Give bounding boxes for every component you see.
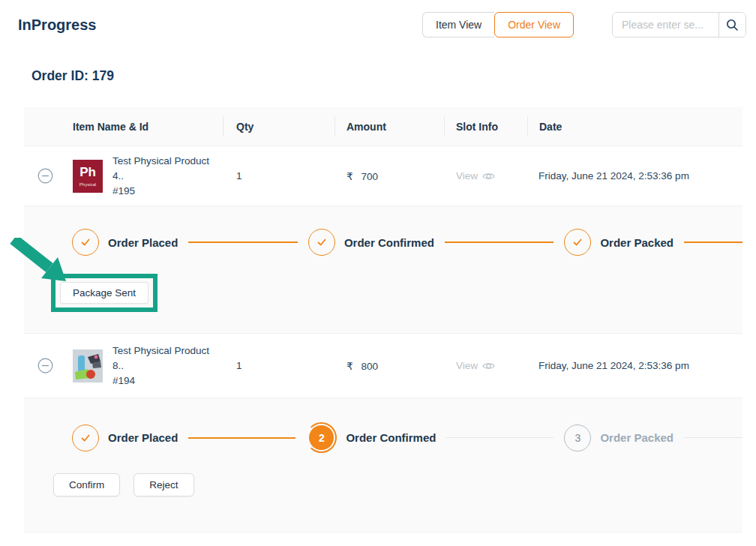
product-photo	[73, 350, 103, 382]
collapse-row-button[interactable]	[38, 358, 53, 374]
currency-symbol: ₹	[346, 171, 353, 182]
column-header-date: Date	[527, 107, 742, 146]
item-view-button[interactable]: Item View	[422, 12, 494, 38]
top-bar: InProgress Item View Order View	[0, 0, 756, 38]
stepper-connector	[188, 437, 296, 439]
column-header-expand	[24, 107, 66, 146]
status-stepper: Order Placed 2 Order Confirmed 3 Order P…	[24, 398, 742, 453]
step-label: Order Confirmed	[346, 431, 436, 444]
step-order-placed: Order Placed	[72, 424, 178, 452]
currency-symbol: ₹	[346, 361, 353, 372]
eye-icon	[482, 361, 495, 371]
confirm-button[interactable]: Confirm	[53, 473, 120, 496]
row-actions: Confirm Reject	[53, 473, 194, 496]
slot-view-link[interactable]: View	[456, 170, 495, 182]
search-icon	[726, 19, 739, 32]
item-amount: 800	[362, 361, 379, 372]
step-label: Order Packed	[600, 236, 674, 249]
order-date: Friday, June 21 2024, 2:53:36 pm	[527, 360, 742, 371]
order-management-page: InProgress Item View Order View Order ID…	[0, 0, 756, 532]
stepper-connector	[188, 242, 298, 243]
item-qty: 1	[223, 170, 334, 182]
slot-view-label: View	[456, 170, 478, 182]
search-box	[612, 12, 746, 38]
stepper-connector	[445, 242, 554, 243]
slot-view-link[interactable]: View	[456, 360, 495, 371]
stepper-connector	[684, 242, 742, 243]
order-date: Friday, June 21 2024, 2:53:36 pm	[527, 170, 742, 182]
step-label: Order Placed	[108, 236, 178, 249]
step-label: Order Confirmed	[344, 236, 434, 249]
step-order-confirmed: Order Confirmed	[308, 229, 434, 256]
order-status-section: Order Placed Order Confirmed Order Packe…	[24, 206, 742, 334]
status-stepper: Order Placed Order Confirmed Order Packe…	[24, 206, 742, 256]
search-button[interactable]	[718, 13, 746, 37]
product-thumbnail: Ph Physical	[73, 160, 103, 193]
top-bar-controls: Item View Order View	[422, 12, 746, 38]
table-row: Ph Physical Test Physical Product 4.. #1…	[24, 146, 742, 206]
item-amount: 700	[362, 171, 379, 182]
package-sent-button[interactable]: Package Sent	[60, 282, 148, 304]
column-header-qty: Qty	[223, 107, 334, 146]
minus-circle-icon	[38, 168, 53, 184]
item-qty: 1	[223, 360, 334, 371]
step-order-packed-pending: 3 Order Packed	[564, 424, 674, 452]
table-header: Item Name & Id Qty Amount Slot Info Date	[24, 107, 742, 146]
step-number-badge: 2	[309, 425, 334, 450]
page-title: InProgress	[18, 16, 96, 34]
check-icon	[308, 229, 335, 256]
step-number-badge: 3	[564, 424, 591, 452]
step-order-packed: Order Packed	[564, 229, 674, 256]
check-icon	[564, 229, 591, 256]
check-icon	[72, 424, 99, 452]
step-order-confirmed-active: 2 Order Confirmed	[306, 422, 436, 453]
column-header-item: Item Name & Id	[66, 107, 223, 146]
minus-circle-icon	[38, 358, 53, 374]
step-label: Order Placed	[108, 431, 178, 444]
step-order-placed: Order Placed	[72, 229, 178, 256]
eye-icon	[482, 171, 495, 182]
check-icon	[72, 229, 99, 256]
order-id-heading: Order ID: 179	[32, 68, 756, 84]
table-row: Test Physical Product 8.. #194 1 ₹800 Vi…	[24, 334, 742, 398]
slot-view-label: View	[456, 360, 478, 371]
active-step-ring: 2	[306, 422, 337, 453]
order-view-button[interactable]: Order View	[494, 12, 574, 38]
view-toggle: Item View Order View	[422, 12, 574, 38]
step-label: Order Packed	[600, 431, 674, 444]
item-name: Test Physical Product 8..	[112, 344, 223, 374]
order-status-section: Order Placed 2 Order Confirmed 3 Order P…	[24, 398, 742, 532]
collapse-row-button[interactable]	[38, 168, 53, 184]
item-name: Test Physical Product 4..	[112, 154, 223, 184]
column-header-amount: Amount	[334, 107, 444, 146]
item-id: #194	[112, 374, 223, 388]
item-id: #195	[112, 184, 223, 199]
search-input[interactable]	[613, 13, 718, 37]
stepper-connector	[446, 437, 554, 439]
annotation-box: Package Sent	[51, 274, 158, 312]
thumb-text: Ph	[80, 166, 96, 179]
thumb-subtext: Physical	[80, 182, 96, 187]
orders-table: Item Name & Id Qty Amount Slot Info Date…	[24, 107, 742, 532]
reject-button[interactable]: Reject	[134, 473, 194, 496]
stepper-connector	[684, 437, 742, 439]
column-header-slot: Slot Info	[444, 107, 527, 146]
